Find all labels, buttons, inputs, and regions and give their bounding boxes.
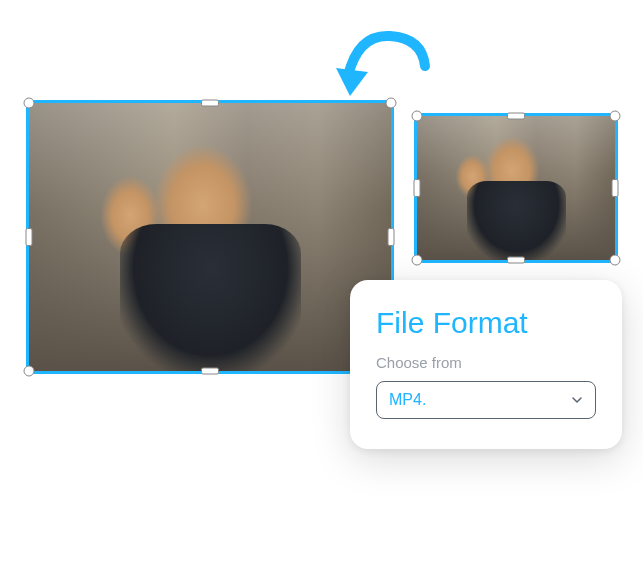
- resize-handle-w[interactable]: [414, 179, 421, 197]
- resize-handle-n[interactable]: [507, 113, 525, 120]
- resize-handle-sw[interactable]: [412, 255, 423, 266]
- chevron-down-icon: [571, 394, 583, 406]
- resize-handle-nw[interactable]: [24, 98, 35, 109]
- resize-handle-sw[interactable]: [24, 366, 35, 377]
- target-media-thumbnail: [29, 103, 391, 371]
- format-select[interactable]: MP4.: [376, 381, 596, 419]
- resize-handle-w[interactable]: [26, 228, 33, 246]
- target-media-frame[interactable]: [26, 100, 394, 374]
- resize-handle-s[interactable]: [201, 368, 219, 375]
- resize-handle-n[interactable]: [201, 100, 219, 107]
- resize-handle-ne[interactable]: [610, 111, 621, 122]
- resize-handle-e[interactable]: [612, 179, 619, 197]
- panel-label: Choose from: [376, 354, 596, 371]
- source-media-frame[interactable]: [414, 113, 618, 263]
- resize-handle-se[interactable]: [610, 255, 621, 266]
- source-media-thumbnail: [417, 116, 615, 260]
- panel-title: File Format: [376, 306, 596, 340]
- resize-handle-nw[interactable]: [412, 111, 423, 122]
- resize-handle-ne[interactable]: [386, 98, 397, 109]
- resize-handle-s[interactable]: [507, 257, 525, 264]
- format-select-value: MP4.: [389, 391, 426, 409]
- file-format-panel: File Format Choose from MP4.: [350, 280, 622, 449]
- resize-handle-e[interactable]: [388, 228, 395, 246]
